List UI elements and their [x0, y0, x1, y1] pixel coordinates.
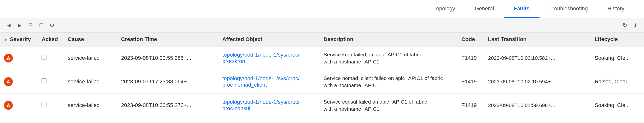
last-transition-cell: 2023-09-08T10:01:59.698+... — [484, 94, 591, 117]
creation-time-cell: 2023-09-07T17:23:38.064+... — [117, 70, 218, 94]
code-cell: F1419 — [458, 70, 484, 94]
acked-checkbox[interactable] — [42, 78, 46, 84]
select-all-button[interactable]: ☑ — [26, 22, 34, 29]
acked-checkbox[interactable] — [42, 102, 46, 107]
desc-text: Service nomad_client failed on apic — [324, 75, 404, 81]
table-header-row: ▼ Severity Acked Cause Creation Time Aff… — [0, 33, 644, 46]
refresh-button[interactable]: ↻ — [621, 22, 629, 29]
tab-history[interactable]: History — [598, 0, 634, 18]
desc-apic2: APIC1 — [364, 58, 380, 65]
toolbar: ◀ ▶ ☑ ☐ ⚙ ↻ ⬇ — [0, 18, 644, 33]
creation-time-cell: 2023-09-08T10:00:55.280+... — [117, 117, 218, 123]
affected-object-link[interactable]: topology/pod-1/node-1/sys/proc/proc-noma… — [222, 75, 300, 88]
tab-general[interactable]: General — [465, 0, 504, 18]
desc-hostname: with a hostname — [324, 59, 361, 64]
lifecycle-cell: Soaking, Cle... — [591, 46, 644, 70]
affected-object-cell: topology/pod-1/node-1/sys/proc/proc-noma… — [218, 117, 320, 123]
last-transition-cell: 2023-09-08T10:02:10.588+... — [484, 117, 591, 123]
code-cell: F1419 — [458, 46, 484, 70]
acked-cell — [38, 117, 64, 123]
affected-object-cell: topology/pod-1/node-1/sys/proc/proc-noma… — [218, 70, 320, 94]
col-last-transition[interactable]: Last Transition — [484, 33, 591, 46]
cause-cell: service-failed — [64, 117, 117, 123]
affected-object-link[interactable]: topology/pod-1/node-1/sys/proc/proc-cons… — [222, 99, 300, 112]
cause-cell: service-failed — [64, 94, 117, 117]
svg-text:!: ! — [8, 81, 9, 84]
affected-object-cell: topology/pod-1/node-1/sys/proc/proc-cons… — [218, 94, 320, 117]
lifecycle-cell: Raised, Clear... — [591, 70, 644, 94]
col-code[interactable]: Code — [458, 33, 484, 46]
forward-button[interactable]: ▶ — [16, 22, 24, 29]
desc-apic2: APIC1 — [364, 105, 380, 112]
affected-object-cell: topology/pod-1/node-1/sys/proc/proc-kron — [218, 46, 320, 70]
desc-apic: APIC1 of fabric — [392, 98, 427, 105]
severity-cell: ! — [0, 70, 38, 94]
creation-time-cell: 2023-09-08T10:00:55.273+... — [117, 94, 218, 117]
last-transition-cell: 2023-09-08T10:02:10.582+... — [484, 46, 591, 70]
severity-cell: ! — [0, 94, 38, 117]
severity-icon: ! — [4, 101, 13, 110]
tab-troubleshooting[interactable]: Troubleshooting — [540, 0, 598, 18]
desc-hostname: with a hostname — [324, 82, 361, 88]
acked-checkbox[interactable] — [42, 55, 46, 60]
col-creation-time[interactable]: Creation Time — [117, 33, 218, 46]
svg-text:!: ! — [8, 104, 9, 107]
lifecycle-cell: Soaking, Cle... — [591, 117, 644, 123]
lifecycle-cell: Soaking, Cle... — [591, 94, 644, 117]
severity-cell: ! — [0, 117, 38, 123]
acked-cell — [38, 46, 64, 70]
download-button[interactable]: ⬇ — [631, 22, 639, 29]
table-row: ! service-failed2023-09-08T10:00:55.280+… — [0, 117, 644, 123]
severity-cell: ! — [0, 46, 38, 70]
svg-text:!: ! — [8, 57, 9, 60]
desc-apic: APIC1 of fabric — [408, 74, 443, 82]
table-row: ! service-failed2023-09-08T10:00:55.273+… — [0, 94, 644, 117]
severity-icon: ! — [4, 77, 13, 86]
col-description[interactable]: Description — [320, 33, 458, 46]
tab-topology[interactable]: Topology — [424, 0, 465, 18]
table-row: ! service-failed2023-09-08T10:00:55.286+… — [0, 46, 644, 70]
acked-cell — [38, 94, 64, 117]
sort-arrow: ▼ — [4, 38, 7, 42]
desc-apic2: APIC1 — [364, 82, 380, 89]
description-cell: Service nomad_client failed on apic APIC… — [320, 70, 458, 94]
last-transition-cell: 2023-09-08T10:02:10.594+... — [484, 70, 591, 94]
description-cell: Service kron failed on apic APIC1 of fab… — [320, 46, 458, 70]
desc-apic: APIC1 of fabric — [388, 51, 422, 58]
col-lifecycle[interactable]: Lifecycle — [591, 33, 644, 46]
top-nav: Topology General Faults Troubleshooting … — [0, 0, 644, 18]
desc-text: Service kron failed on apic — [324, 52, 384, 57]
faults-table: ▼ Severity Acked Cause Creation Time Aff… — [0, 33, 644, 123]
desc-hostname: with a hostname — [324, 106, 361, 112]
back-button[interactable]: ◀ — [5, 22, 13, 29]
col-cause[interactable]: Cause — [64, 33, 117, 46]
cause-cell: service-failed — [64, 70, 117, 94]
desc-text: Service consul failed on apic — [324, 99, 389, 104]
code-cell: F1419 — [458, 117, 484, 123]
severity-icon: ! — [4, 54, 13, 62]
description-cell: Service consul failed on apic APIC1 of f… — [320, 94, 458, 117]
code-cell: F1419 — [458, 94, 484, 117]
acked-cell — [38, 70, 64, 94]
description-cell: Service nomad failed on apic APIC1 of fa… — [320, 117, 458, 123]
deselect-all-button[interactable]: ☐ — [37, 22, 45, 29]
affected-object-link[interactable]: topology/pod-1/node-1/sys/proc/proc-kron — [222, 52, 300, 64]
creation-time-cell: 2023-09-08T10:00:55.286+... — [117, 46, 218, 70]
cause-cell: service-failed — [64, 46, 117, 70]
tools-button[interactable]: ⚙ — [48, 22, 56, 29]
tab-faults[interactable]: Faults — [504, 0, 540, 18]
desc-apic: APIC1 of fabric — [393, 122, 428, 123]
col-acked[interactable]: Acked — [38, 33, 64, 46]
table-row: ! service-failed2023-09-07T17:23:38.064+… — [0, 70, 644, 94]
col-severity[interactable]: ▼ Severity — [0, 33, 38, 46]
col-affected-object[interactable]: Affected Object — [218, 33, 320, 46]
